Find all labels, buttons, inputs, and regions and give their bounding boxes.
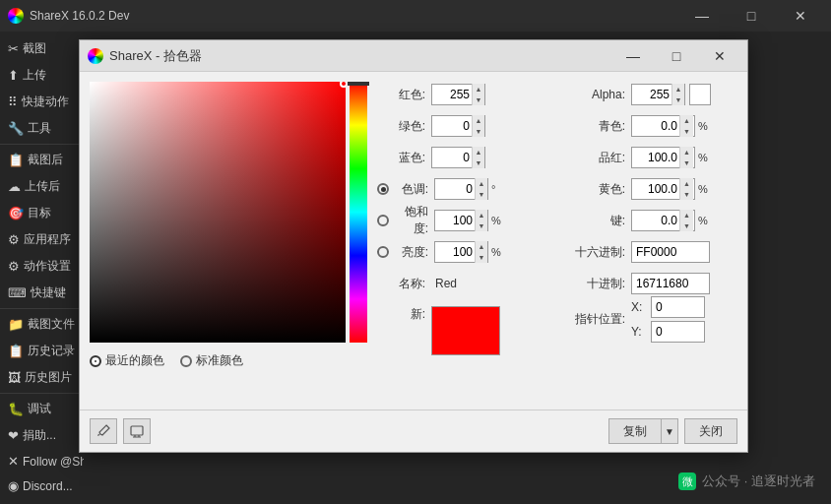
- hue-slider-container[interactable]: [350, 82, 367, 343]
- hue-input-wrap[interactable]: ▲ ▼: [434, 178, 488, 200]
- magenta-spin-down[interactable]: ▼: [680, 158, 693, 168]
- blue-input-wrap[interactable]: ▲ ▼: [431, 147, 485, 168]
- brightness-radio[interactable]: [377, 246, 389, 258]
- sidebar-label-quickactions: 快捷动作: [22, 94, 69, 110]
- alpha-color-swatch: [689, 84, 711, 105]
- alpha-input-wrap[interactable]: ▲ ▼: [631, 84, 685, 105]
- watermark: 微 公众号 · 追逐时光者: [678, 472, 815, 490]
- hue-spin-down[interactable]: ▼: [476, 189, 487, 200]
- sidebar-item-quickactions[interactable]: ⠿ 快捷动作: [0, 89, 84, 115]
- blue-spin-up[interactable]: ▲: [473, 147, 484, 158]
- sidebar-item-history[interactable]: 📋 历史记录: [0, 338, 84, 364]
- sidebar-item-screenshotfiles[interactable]: 📁 截图文件: [0, 311, 84, 338]
- brightness-input[interactable]: [435, 245, 475, 259]
- magenta-spin-up[interactable]: ▲: [680, 147, 693, 158]
- radio-standard-circle: [180, 355, 192, 367]
- sidebar-label-actionsettings: 动作设置: [24, 258, 71, 275]
- sidebar-item-about[interactable]: ★ 关于...: [0, 498, 84, 504]
- saturation-spin-up[interactable]: ▲: [476, 210, 487, 220]
- yellow-input-wrap[interactable]: ▲ ▼: [631, 178, 695, 200]
- sidebar-item-afterupload[interactable]: ☁ 上传后: [0, 173, 84, 200]
- maximize-button[interactable]: □: [729, 0, 774, 32]
- red-spin-down[interactable]: ▼: [473, 94, 484, 105]
- sidebar-item-screenshot[interactable]: ✂ 截图: [0, 35, 84, 62]
- yellow-input[interactable]: [632, 182, 679, 196]
- red-spin-up[interactable]: ▲: [473, 84, 484, 94]
- yellow-label: 黄色:: [567, 181, 631, 198]
- color-picker-dialog: ShareX - 拾色器 — □ ✕: [79, 39, 748, 453]
- saturation-input[interactable]: [435, 214, 475, 227]
- new-color-preview[interactable]: [431, 306, 500, 355]
- radio-standard[interactable]: 标准颜色: [180, 352, 243, 369]
- dialog-close-button[interactable]: ✕: [700, 42, 739, 70]
- hex-input[interactable]: [631, 241, 710, 263]
- cyan-input-wrap[interactable]: ▲ ▼: [631, 115, 695, 137]
- cyan-spin-up[interactable]: ▲: [680, 115, 693, 126]
- yellow-spin-down[interactable]: ▼: [680, 189, 693, 200]
- green-input[interactable]: [432, 119, 472, 133]
- cyan-input[interactable]: [632, 119, 679, 133]
- brightness-input-wrap[interactable]: ▲ ▼: [434, 241, 488, 263]
- sidebar-item-discord[interactable]: ◉ Discord...: [0, 473, 84, 498]
- sidebar-item-aftercapture[interactable]: 📋 截图后: [0, 147, 84, 173]
- magenta-unit: %: [698, 152, 708, 163]
- sidebar-item-historyimage[interactable]: 🖼 历史图片: [0, 364, 84, 391]
- radio-recent-label: 最近的颜色: [105, 352, 164, 369]
- brightness-spin-down[interactable]: ▼: [476, 252, 487, 263]
- hue-spin-up[interactable]: ▲: [476, 178, 487, 189]
- saturation-spin-down[interactable]: ▼: [476, 220, 487, 231]
- hue-radio[interactable]: [377, 183, 389, 195]
- sidebar-item-upload[interactable]: ⬆ 上传: [0, 62, 84, 89]
- red-spin-btns: ▲ ▼: [472, 84, 484, 105]
- yellow-spin-up[interactable]: ▲: [680, 178, 693, 189]
- copy-dropdown-button[interactable]: ▼: [661, 418, 678, 444]
- alpha-spin-up[interactable]: ▲: [672, 84, 684, 94]
- key-spin-up[interactable]: ▲: [680, 210, 693, 220]
- decimal-input[interactable]: [631, 273, 710, 294]
- green-input-wrap[interactable]: ▲ ▼: [431, 115, 485, 137]
- radio-recent[interactable]: 最近的颜色: [90, 352, 164, 369]
- cursor-y-input[interactable]: [651, 321, 705, 343]
- sidebar-item-actionsettings[interactable]: ⚙ 动作设置: [0, 253, 84, 280]
- minimize-button[interactable]: —: [679, 0, 725, 32]
- red-input-wrap[interactable]: ▲ ▼: [431, 84, 485, 105]
- close-dialog-button[interactable]: 关闭: [684, 418, 737, 444]
- key-input[interactable]: [632, 214, 679, 227]
- color-gradient-picker[interactable]: [90, 82, 346, 343]
- green-spin-up[interactable]: ▲: [473, 115, 484, 126]
- eyedropper-button[interactable]: [90, 418, 117, 444]
- blue-spin-down[interactable]: ▼: [473, 158, 484, 168]
- sidebar-item-tools[interactable]: 🔧 工具: [0, 115, 84, 142]
- magenta-input[interactable]: [632, 151, 679, 164]
- sidebar-item-destination[interactable]: 🎯 目标: [0, 200, 84, 226]
- radio-area: 最近的颜色 标准颜色: [90, 348, 367, 373]
- key-spin-down[interactable]: ▼: [680, 220, 693, 231]
- dialog-minimize-button[interactable]: —: [613, 42, 653, 70]
- blue-input[interactable]: [432, 151, 472, 164]
- saturation-radio[interactable]: [377, 215, 389, 226]
- alpha-spin-down[interactable]: ▼: [672, 94, 684, 105]
- green-spin-down[interactable]: ▼: [473, 126, 484, 137]
- alpha-input[interactable]: [632, 88, 671, 101]
- saturation-input-wrap[interactable]: ▲ ▼: [434, 210, 488, 231]
- cursor-x-input[interactable]: [651, 296, 705, 318]
- saturation-label: 饱和度:: [393, 204, 434, 237]
- dialog-maximize-button[interactable]: □: [657, 42, 696, 70]
- sidebar-item-donate[interactable]: ❤ 捐助...: [0, 422, 84, 449]
- sidebar-item-follow[interactable]: ✕ Follow @ShareX...: [0, 449, 84, 473]
- screen-color-button[interactable]: [123, 418, 151, 444]
- copy-button[interactable]: 复制: [608, 418, 661, 444]
- sidebar-item-hotkeys[interactable]: ⌨ 快捷键: [0, 280, 84, 306]
- red-label: 红色:: [377, 87, 431, 103]
- cyan-spin-down[interactable]: ▼: [680, 126, 693, 137]
- magenta-input-wrap[interactable]: ▲ ▼: [631, 147, 695, 168]
- sidebar-item-appsettings[interactable]: ⚙ 应用程序: [0, 226, 84, 253]
- brightness-spin-up[interactable]: ▲: [476, 241, 487, 252]
- hue-input[interactable]: [435, 182, 475, 196]
- close-button[interactable]: ✕: [778, 0, 823, 32]
- red-input[interactable]: [432, 88, 472, 101]
- key-input-wrap[interactable]: ▲ ▼: [631, 210, 695, 231]
- sidebar-item-debug[interactable]: 🐛 调试: [0, 396, 84, 422]
- alpha-spin-btns: ▲ ▼: [671, 84, 684, 105]
- watermark-text: 公众号 · 追逐时光者: [702, 472, 815, 490]
